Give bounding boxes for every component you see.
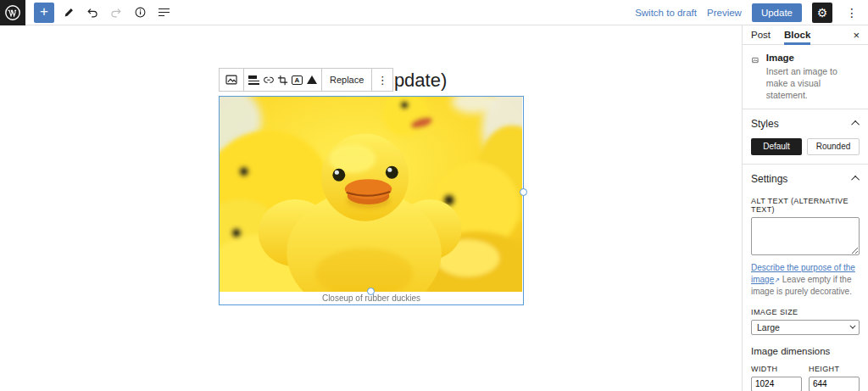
undo-icon[interactable] xyxy=(83,3,102,23)
link-icon[interactable] xyxy=(261,69,275,91)
alt-text-label: ALT TEXT (ALTERNATIVE TEXT) xyxy=(751,197,860,214)
tab-post[interactable]: Post xyxy=(751,25,771,45)
switch-to-draft-button[interactable]: Switch to draft xyxy=(635,8,697,18)
edit-mode-pencil-icon[interactable] xyxy=(59,3,78,23)
align-icon[interactable] xyxy=(247,69,261,91)
resize-handle-right[interactable] xyxy=(520,188,527,196)
block-card-description: Insert an image to make a visual stateme… xyxy=(766,65,860,102)
resize-handle-bottom[interactable] xyxy=(367,288,375,295)
sidebar-tabs: Post Block × xyxy=(743,25,868,45)
update-button[interactable]: Update xyxy=(752,3,802,22)
width-field[interactable] xyxy=(751,377,802,391)
crop-icon[interactable] xyxy=(275,69,290,91)
image-block[interactable]: Closeup of rubber duckies xyxy=(219,96,524,305)
image-size-label: IMAGE SIZE xyxy=(751,308,860,316)
block-card-title: Image xyxy=(766,53,860,63)
style-default-button[interactable]: Default xyxy=(751,138,802,155)
external-link-icon: ↗ xyxy=(774,276,780,284)
chevron-up-icon xyxy=(851,176,860,184)
header-tools: + xyxy=(25,3,173,23)
list-view-icon[interactable] xyxy=(154,3,173,23)
toolbar-controls: A xyxy=(244,69,321,91)
styles-panel-title: Styles xyxy=(751,118,779,130)
chevron-down-icon xyxy=(849,323,855,329)
redo-icon[interactable] xyxy=(107,3,125,23)
replace-button[interactable]: Replace xyxy=(322,69,371,91)
options-menu-icon[interactable]: ⋮ xyxy=(843,6,861,20)
editor-top-bar: + Switch to draft Preview Update ⚙ ⋮ xyxy=(0,0,868,25)
dimension-fields: WIDTH HEIGHT xyxy=(751,356,860,391)
settings-panel-title: Settings xyxy=(751,173,787,185)
wordpress-logo-icon[interactable] xyxy=(0,0,25,25)
image-block-toolbar: A Replace ⋮ xyxy=(219,68,393,92)
height-field[interactable] xyxy=(809,377,860,391)
duotone-filter-icon[interactable] xyxy=(304,69,319,91)
image-block-type-button[interactable] xyxy=(220,69,244,91)
image-size-value: Large xyxy=(757,322,780,332)
image-dimensions-label: Image dimensions xyxy=(751,346,860,356)
block-card: Image Insert an image to make a visual s… xyxy=(743,45,868,109)
editor-canvas: Update) A xyxy=(0,25,742,391)
styles-panel-header[interactable]: Styles xyxy=(751,116,860,131)
style-rounded-button[interactable]: Rounded xyxy=(807,138,860,155)
settings-sidebar: Post Block × Image Insert an image to ma… xyxy=(742,25,868,391)
details-info-icon[interactable] xyxy=(131,3,149,23)
alt-text-help: Describe the purpose of the image↗ Leave… xyxy=(751,262,860,298)
styles-panel: Styles Default Rounded xyxy=(743,109,868,165)
settings-gear-icon[interactable]: ⚙ xyxy=(812,3,832,23)
rubber-duckies-photo xyxy=(220,97,522,292)
width-label: WIDTH xyxy=(751,365,802,373)
gutenberg-editor: + Switch to draft Preview Update ⚙ ⋮ xyxy=(0,0,868,391)
alt-text-input[interactable] xyxy=(751,217,860,255)
height-label: HEIGHT xyxy=(809,365,860,373)
preview-button[interactable]: Preview xyxy=(707,8,742,18)
block-inserter-button[interactable]: + xyxy=(34,3,54,23)
header-actions: Switch to draft Preview Update ⚙ ⋮ xyxy=(635,3,868,23)
settings-panel-header[interactable]: Settings xyxy=(751,171,860,187)
block-options-icon[interactable]: ⋮ xyxy=(372,69,392,91)
image-size-select[interactable]: Large xyxy=(751,320,860,335)
settings-panel: Settings ALT TEXT (ALTERNATIVE TEXT) Des… xyxy=(743,165,868,391)
tab-block[interactable]: Block xyxy=(784,25,810,45)
text-over-image-icon[interactable]: A xyxy=(290,69,304,91)
close-sidebar-icon[interactable]: × xyxy=(853,29,860,42)
image-block-icon xyxy=(751,53,760,68)
chevron-up-icon xyxy=(851,120,860,129)
style-options: Default Rounded xyxy=(751,138,860,155)
